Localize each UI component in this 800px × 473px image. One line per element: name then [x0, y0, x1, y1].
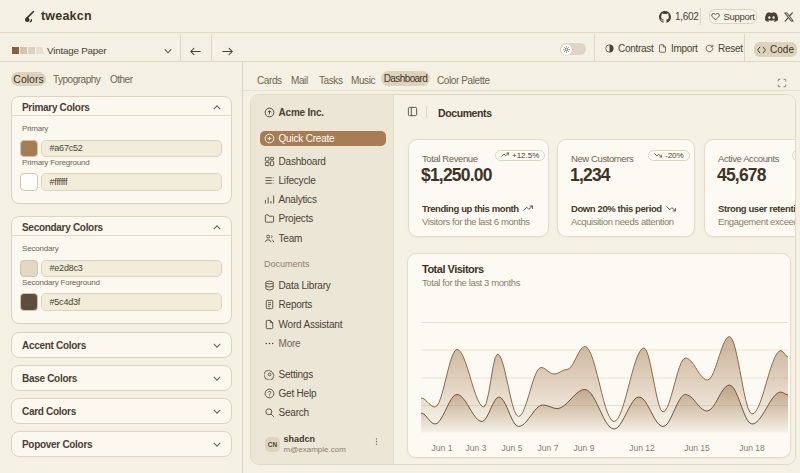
svg-text:Jun 5: Jun 5	[502, 443, 523, 453]
svg-text:Jun 15: Jun 15	[684, 443, 710, 453]
svg-text:Jun 9: Jun 9	[574, 443, 595, 453]
svg-text:Jun 3: Jun 3	[466, 443, 487, 453]
svg-text:Jun 7: Jun 7	[538, 443, 559, 453]
svg-text:Jun 12: Jun 12	[629, 443, 655, 453]
svg-text:Jun 18: Jun 18	[739, 443, 765, 453]
svg-text:Jun 1: Jun 1	[432, 443, 453, 453]
